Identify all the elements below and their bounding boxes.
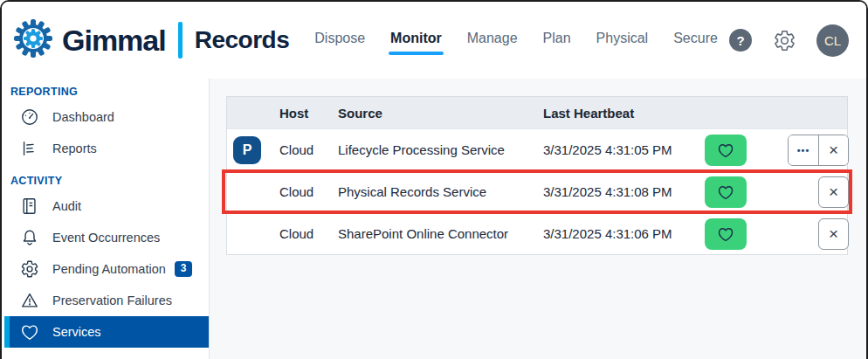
warning-icon: [19, 291, 39, 311]
nav-tab-physical[interactable]: Physical: [596, 22, 650, 59]
heart-healthy-icon: [717, 142, 734, 159]
heart-icon: [19, 322, 39, 342]
gimmal-logo: Gimmal Records: [12, 17, 289, 63]
column-header-last-heartbeat: Last Heartbeat: [543, 106, 705, 121]
sidebar-item-audit[interactable]: Audit: [2, 190, 209, 222]
row-menu-button[interactable]: •••: [789, 135, 818, 165]
sidebar-item-dashboard[interactable]: Dashboard: [2, 101, 209, 133]
sidebar-item-label: Pending Automation: [52, 262, 166, 276]
row-actions-group: ••• ×: [788, 135, 849, 166]
main-panel: Host Source Last Heartbeat P Cloud Lifec…: [210, 79, 866, 359]
bell-icon: [19, 228, 39, 248]
heartbeat-status-button[interactable]: [705, 135, 747, 166]
table-header-row: Host Source Last Heartbeat: [227, 97, 847, 128]
row-close-button[interactable]: ×: [818, 176, 849, 208]
sidebar-item-label: Preservation Failures: [52, 293, 172, 307]
sidebar-section-activity: ACTIVITY: [2, 171, 209, 190]
sidebar-item-label: Audit: [52, 199, 81, 213]
heart-healthy-icon: [717, 183, 734, 201]
logo-divider: [178, 22, 183, 59]
close-icon: ×: [829, 183, 838, 200]
close-icon: ×: [829, 225, 838, 242]
pending-automation-count-badge: 3: [175, 261, 193, 276]
column-header-host: Host: [279, 106, 338, 121]
content-area: REPORTING Dashboard: [2, 79, 866, 359]
sidebar-item-pending-automation[interactable]: Pending Automation 3: [2, 253, 209, 285]
app-window: Gimmal Records Dispose Monitor Manage Pl…: [0, 0, 868, 359]
brand-name: Gimmal: [62, 24, 166, 58]
sidebar-item-label: Dashboard: [52, 110, 114, 124]
sidebar-item-label: Event Occurrences: [52, 231, 160, 245]
cell-last-heartbeat: 3/31/2025 4:31:05 PM: [543, 142, 705, 157]
sidebar-item-label: Services: [52, 325, 101, 339]
ellipsis-icon: •••: [797, 145, 810, 155]
sidebar-item-event-occurrences[interactable]: Event Occurrences: [2, 222, 209, 253]
heartbeat-status-button[interactable]: [705, 218, 747, 250]
sidebar-item-label: Reports: [52, 142, 97, 155]
help-icon[interactable]: ?: [729, 29, 752, 52]
close-icon: ×: [829, 142, 838, 158]
book-icon: [19, 197, 39, 217]
sidebar-item-reports[interactable]: Reports: [2, 133, 209, 164]
sidebar-item-preservation-failures[interactable]: Preservation Failures: [2, 285, 209, 316]
nav-tab-manage[interactable]: Manage: [466, 22, 519, 59]
product-name: Records: [195, 26, 290, 54]
cell-source: SharePoint Online Connector: [338, 226, 543, 241]
cell-host: Cloud: [279, 184, 338, 199]
table-row: Cloud SharePoint Online Connector 3/31/2…: [227, 212, 847, 254]
cell-source: Physical Records Service: [338, 184, 543, 199]
app-header: Gimmal Records Dispose Monitor Manage Pl…: [2, 2, 866, 79]
sidebar-item-services[interactable]: Services: [4, 316, 209, 348]
sidebar: REPORTING Dashboard: [2, 79, 210, 359]
cell-host: Cloud: [279, 226, 338, 241]
cell-last-heartbeat: 3/31/2025 4:31:06 PM: [543, 226, 705, 241]
heartbeat-status-button[interactable]: [705, 176, 747, 208]
services-table: Host Source Last Heartbeat P Cloud Lifec…: [226, 96, 848, 255]
user-avatar[interactable]: CL: [816, 24, 849, 57]
header-actions: ? CL: [729, 24, 849, 57]
cell-last-heartbeat: 3/31/2025 4:31:08 PM: [543, 184, 705, 199]
sidebar-section-reporting: REPORTING: [2, 82, 209, 101]
gauge-icon: [19, 107, 39, 128]
table-row: P Cloud Lifecycle Processing Service 3/3…: [227, 128, 847, 170]
column-header-source: Source: [338, 106, 543, 121]
row-close-button[interactable]: ×: [818, 218, 849, 250]
top-nav: Dispose Monitor Manage Plan Physical Sec…: [313, 22, 719, 59]
settings-gear-icon[interactable]: [772, 28, 796, 52]
nav-tab-secure[interactable]: Secure: [672, 22, 719, 59]
cell-host: Cloud: [279, 142, 338, 157]
table-row-highlighted: Cloud Physical Records Service 3/31/2025…: [227, 170, 847, 212]
nav-tab-monitor[interactable]: Monitor: [389, 22, 443, 59]
row-close-button[interactable]: ×: [818, 135, 848, 165]
gear-icon: [19, 259, 39, 280]
nav-tab-dispose[interactable]: Dispose: [313, 22, 366, 59]
cell-source: Lifecycle Processing Service: [338, 142, 543, 157]
heart-healthy-icon: [717, 225, 734, 243]
gimmal-gear-logo-icon: [12, 17, 54, 63]
physical-service-badge: P: [233, 136, 261, 164]
report-icon: [19, 139, 39, 159]
nav-tab-plan[interactable]: Plan: [542, 22, 572, 59]
